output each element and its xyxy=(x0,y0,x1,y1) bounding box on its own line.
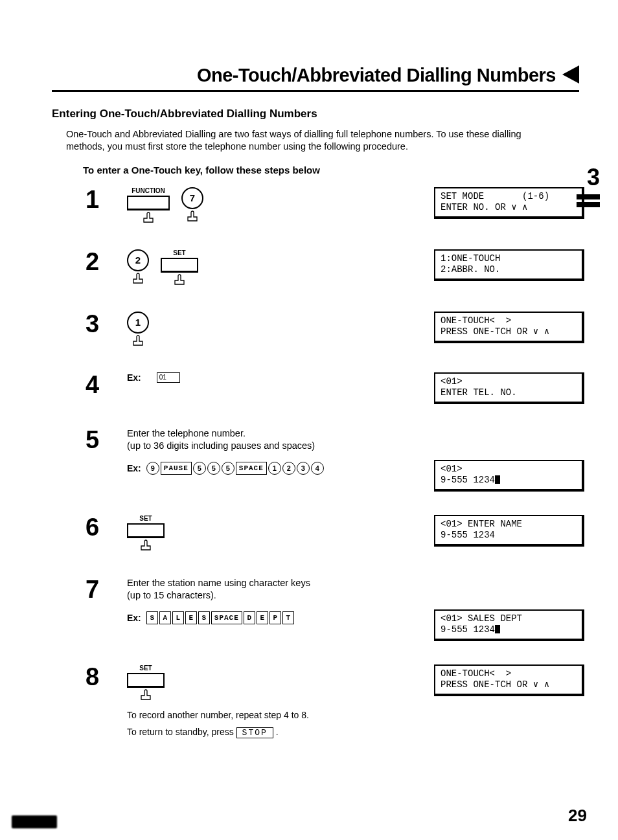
char-key-E: E xyxy=(185,611,197,624)
function-key: FUNCTION xyxy=(127,187,170,226)
key-7-label: 7 xyxy=(181,187,203,209)
char-key-T: T xyxy=(282,611,294,624)
note-text-2: To return to standby, press STOP . xyxy=(127,727,354,738)
page-title-row: One-Touch/Abbreviated Dialling Numbers xyxy=(52,65,579,92)
instruction-line: To enter a One-Touch key, follow these s… xyxy=(83,165,579,176)
press-icon xyxy=(131,273,145,287)
triangle-left-icon xyxy=(562,65,579,84)
step-7: 7 Enter the station name using character… xyxy=(86,577,578,641)
space-key: SPACE xyxy=(236,462,267,475)
intro-paragraph: One-Touch and Abbreviated Dialling are t… xyxy=(66,128,558,153)
step-8: 8 SET To record another number, repeat s… xyxy=(86,664,578,738)
char-key-D: D xyxy=(244,611,255,624)
press-icon xyxy=(185,210,200,225)
step-5: 5 Enter the telephone number. (up to 36 … xyxy=(86,427,578,492)
page-title: One-Touch/Abbreviated Dialling Numbers xyxy=(197,65,556,86)
chapter-number: 3 xyxy=(577,166,600,189)
key-7: 7 xyxy=(181,187,203,225)
press-icon xyxy=(141,212,155,226)
set-key: SET xyxy=(127,664,165,703)
step-1: 1 FUNCTION 7 SET MODE (1-6) ENTER NO. OR… xyxy=(86,187,578,226)
char-key-A: A xyxy=(159,611,171,624)
step-number: 5 xyxy=(86,427,117,452)
lcd-display: <01> ENTER NAME 9-555 1234 xyxy=(434,515,584,547)
scan-artifact xyxy=(12,815,57,828)
char-key-E: E xyxy=(257,611,268,624)
press-icon xyxy=(139,689,153,703)
char-key-5: 5 xyxy=(222,462,235,475)
step-2: 2 2 SET 1:ONE-TOUCH 2:ABBR. NO. xyxy=(86,249,578,288)
example-key-sequence: Ex: SALESSPACEDEPT xyxy=(127,611,354,624)
page-number: 29 xyxy=(568,806,587,826)
lcd-display: SET MODE (1-6) ENTER NO. OR ∨ ∧ xyxy=(434,187,584,219)
step-number: 8 xyxy=(86,664,117,689)
note-text: To record another number, repeat step 4 … xyxy=(127,710,354,720)
press-icon xyxy=(139,539,153,554)
char-key-S: S xyxy=(146,611,158,624)
char-key-9: 9 xyxy=(146,462,159,475)
space-key: SPACE xyxy=(211,611,242,624)
key-2: 2 xyxy=(127,249,149,287)
press-icon xyxy=(172,274,187,288)
chapter-bars-icon xyxy=(577,194,600,207)
lcd-display: 1:ONE-TOUCH 2:ABBR. NO. xyxy=(434,249,584,281)
char-key-L: L xyxy=(172,611,184,624)
step-6: 6 SET <01> ENTER NAME 9-555 1234 xyxy=(86,515,578,554)
chapter-marker: 3 xyxy=(577,166,600,207)
char-key-5: 5 xyxy=(207,462,220,475)
char-key-2: 2 xyxy=(282,462,295,475)
char-key-P: P xyxy=(269,611,281,624)
char-key-3: 3 xyxy=(297,462,310,475)
step-subtext: (up to 36 digits including pauses and sp… xyxy=(127,440,354,453)
lcd-display: ONE-TOUCH< > PRESS ONE-TCH OR ∨ ∧ xyxy=(434,312,584,343)
step-number: 3 xyxy=(86,312,117,336)
lcd-display: <01> 9-555 1234 xyxy=(434,460,584,492)
step-text: Enter the telephone number. xyxy=(127,427,354,440)
step-number: 4 xyxy=(86,372,117,397)
stop-key: STOP xyxy=(236,727,273,738)
step-text: Enter the station name using character k… xyxy=(127,577,354,590)
char-key-5: 5 xyxy=(193,462,206,475)
section-heading: Entering One-Touch/Abbreviated Dialling … xyxy=(52,108,579,120)
cursor-icon xyxy=(495,475,500,484)
set-key-label: SET xyxy=(139,664,152,672)
example-label: Ex: xyxy=(127,372,141,383)
step-3: 3 1 ONE-TOUCH< > PRESS ONE-TCH OR ∨ ∧ xyxy=(86,312,578,349)
key-1: 1 xyxy=(127,312,149,349)
char-key-4: 4 xyxy=(311,462,324,475)
example-value-box: 01 xyxy=(157,372,180,383)
example-label: Ex: xyxy=(127,613,141,623)
set-key-label: SET xyxy=(139,515,152,522)
char-key-1: 1 xyxy=(268,462,281,475)
lcd-display: <01> ENTER TEL. NO. xyxy=(434,372,584,404)
lcd-display: ONE-TOUCH< > PRESS ONE-TCH OR ∨ ∧ xyxy=(434,664,584,696)
step-number: 6 xyxy=(86,515,117,539)
lcd-display: <01> SALES DEPT 9-555 1234 xyxy=(434,609,584,641)
example-key-sequence: Ex: 9PAUSE555SPACE1234 xyxy=(127,462,354,475)
step-number: 2 xyxy=(86,249,117,274)
step-4: 4 Ex: 01 <01> ENTER TEL. NO. xyxy=(86,372,578,404)
key-1-label: 1 xyxy=(127,312,149,334)
function-key-label: FUNCTION xyxy=(132,187,165,194)
char-key-S: S xyxy=(198,611,210,624)
step-number: 7 xyxy=(86,577,117,602)
key-2-label: 2 xyxy=(127,249,149,271)
set-key: SET xyxy=(161,249,198,288)
pause-key: PAUSE xyxy=(161,462,192,475)
example-label: Ex: xyxy=(127,463,141,473)
press-icon xyxy=(131,335,145,349)
cursor-icon xyxy=(495,625,500,633)
set-key: SET xyxy=(127,515,165,554)
set-key-label: SET xyxy=(173,249,185,256)
step-number: 1 xyxy=(86,187,117,212)
step-subtext: (up to 15 characters). xyxy=(127,589,354,602)
